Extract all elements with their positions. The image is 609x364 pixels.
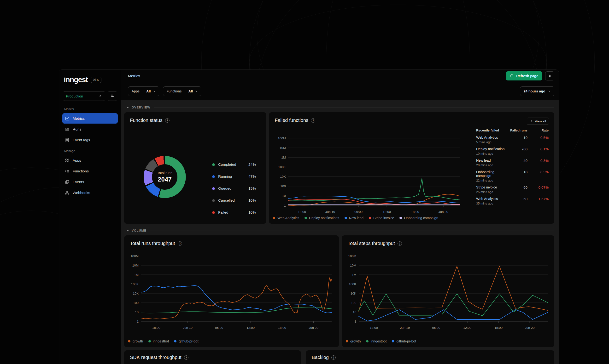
table-row[interactable]: Onboarding campaign22 mins ago100.5%: [476, 170, 549, 182]
failed-runs-count: 700: [509, 147, 527, 151]
list-icon: [65, 127, 69, 132]
legend-percentage: 47%: [249, 174, 256, 179]
section-label: OVERVIEW: [132, 106, 150, 109]
table-row[interactable]: Web Analytics5 mins ago100.5%: [476, 136, 549, 144]
legend-percentage: 10%: [249, 210, 256, 215]
svg-text:100M: 100M: [130, 254, 138, 258]
apps-filter[interactable]: Apps All: [128, 86, 159, 96]
collapse-triangle-icon: [127, 230, 129, 231]
failed-functions-title: Failed functions: [275, 117, 308, 123]
table-row[interactable]: New lead20 mins ago400.3%: [476, 158, 549, 167]
legend-label: Deploy notifications: [309, 216, 339, 220]
nav-section-label: Manage: [64, 149, 116, 153]
recently-failed-table: Recently failedFailed runsRateWeb Analyt…: [476, 129, 549, 208]
help-icon[interactable]: ?: [184, 355, 188, 360]
legend-dot: [346, 340, 348, 342]
legend-dot: [212, 199, 215, 202]
svg-text:100K: 100K: [349, 282, 356, 286]
failed-function-name: Web Analytics: [476, 197, 508, 201]
section-header-volume[interactable]: VOLUME: [127, 229, 554, 232]
chevron-up-down-icon: [98, 94, 102, 98]
failure-rate: 0.5%: [528, 136, 549, 140]
table-header: Recently failed: [476, 129, 508, 132]
collapse-triangle-icon: [127, 107, 129, 108]
command-k-shortcut-badge: ⌘ K: [91, 77, 101, 83]
table-row[interactable]: Web Analytics35 mins ago501.67%: [476, 197, 549, 205]
sidebar-item-events[interactable]: Events: [62, 177, 118, 187]
sidebar-item-runs[interactable]: Runs: [62, 124, 118, 134]
filter-bar: Apps All Functions All 24 hours ago: [121, 82, 559, 100]
help-icon[interactable]: ?: [165, 118, 169, 123]
legend-item-deploy-notifications: Deploy notifications: [304, 216, 339, 220]
legend-percentage: 10%: [249, 198, 256, 203]
apps-filter-label: Apps: [128, 87, 143, 96]
section-divider: [154, 107, 554, 108]
table-row[interactable]: Deploy notification10 mins ago7000.1%: [476, 147, 549, 156]
svg-text:10M: 10M: [350, 264, 356, 267]
total-steps-throughput-title: Total steps throughput: [348, 241, 395, 246]
sidebar-nav: MonitorMetricsRunsEvent logsManageAppsFu…: [62, 107, 118, 198]
svg-text:1: 1: [137, 320, 138, 323]
sidebar-item-functions[interactable]: Functions: [62, 166, 118, 176]
failure-rate: 0.3%: [528, 158, 549, 163]
failed-function-time: 22 mins ago: [476, 179, 508, 182]
failed-function-time: 10 mins ago: [476, 152, 508, 156]
settings-button[interactable]: [545, 71, 554, 80]
app-window: inngest ⌘ K Production MonitorMetricsRun…: [59, 69, 559, 364]
help-icon[interactable]: ?: [178, 241, 182, 246]
functions-filter[interactable]: Functions All: [163, 86, 201, 96]
time-range-selector[interactable]: 24 hours ago: [520, 86, 554, 96]
donut-center-value: 2047: [158, 176, 172, 183]
svg-text:18:00: 18:00: [494, 326, 502, 329]
failed-functions-legend: Web AnalyticsDeploy notificationsNew lea…: [273, 216, 438, 220]
sidebar-item-apps[interactable]: Apps: [62, 155, 118, 166]
chevron-down-icon: [153, 90, 156, 93]
chevron-down-icon: [195, 90, 198, 93]
svg-text:Jun 19: Jun 19: [325, 210, 335, 214]
svg-text:100M: 100M: [348, 254, 356, 258]
svg-text:10: 10: [353, 310, 356, 314]
svg-text:06:00: 06:00: [354, 210, 362, 214]
help-icon[interactable]: ?: [331, 355, 336, 360]
failed-function-time: 20 mins ago: [476, 163, 508, 167]
failure-rate: 1.67%: [528, 197, 549, 201]
inngest-logo: inngest: [64, 76, 88, 84]
legend-item-inngestbot: inngestbot: [366, 339, 387, 343]
failed-function-name: Onboarding campaign: [476, 170, 508, 178]
svg-text:Jun 20: Jun 20: [439, 210, 448, 214]
total-runs-throughput-legend: growthinngestbotgithub-pr-bot: [128, 339, 198, 343]
function-status-card: Function status ? Total runs 2047 Comple…: [124, 112, 266, 224]
sidebar-item-webhooks[interactable]: Webhooks: [62, 187, 118, 198]
environment-filter-button[interactable]: [108, 91, 117, 101]
legend-dot: [212, 211, 215, 214]
svg-text:Jun 20: Jun 20: [309, 326, 318, 329]
legend-dot: [366, 340, 369, 342]
svg-text:12:00: 12:00: [383, 210, 391, 214]
external-arrow-icon: [530, 120, 533, 123]
sidebar-item-label: Runs: [73, 127, 81, 131]
legend-label: growth: [133, 339, 143, 343]
legend-label: Cancelled: [218, 198, 235, 203]
table-row[interactable]: Stripe invoice25 mins ago600.07%: [476, 185, 549, 194]
environment-name: Production: [66, 94, 83, 98]
svg-text:100: 100: [351, 301, 356, 305]
section-header-overview[interactable]: OVERVIEW: [127, 106, 554, 109]
help-icon[interactable]: ?: [311, 118, 315, 123]
environment-selector[interactable]: Production: [63, 91, 105, 101]
total-runs-throughput-title: Total runs throughput: [130, 241, 175, 246]
sidebar-item-metrics[interactable]: Metrics: [62, 113, 118, 124]
sidebar-item-event-logs[interactable]: Event logs: [62, 135, 118, 145]
view-all-button[interactable]: View all: [527, 117, 549, 125]
svg-text:12:00: 12:00: [247, 326, 255, 329]
legend-dot: [345, 217, 347, 219]
refresh-page-button[interactable]: Refresh page: [506, 71, 542, 80]
failed-function-time: 25 mins ago: [476, 190, 508, 194]
svg-text:18:00: 18:00: [152, 326, 160, 329]
vertical-divider: [470, 128, 470, 218]
refresh-page-label: Refresh page: [516, 74, 538, 78]
nodes-icon: [65, 190, 69, 195]
legend-item-growth: growth: [346, 339, 361, 343]
help-icon[interactable]: ?: [398, 241, 402, 246]
legend-item-new-lead: New lead: [345, 216, 363, 220]
svg-text:10K: 10K: [280, 175, 286, 178]
